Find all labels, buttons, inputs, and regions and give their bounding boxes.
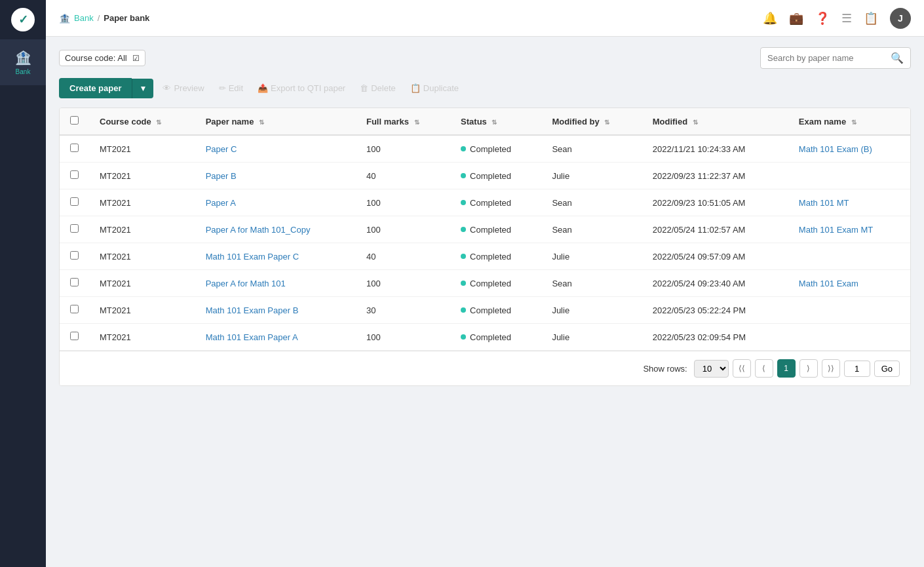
- row-modified-by: Sean: [541, 189, 642, 216]
- app-logo[interactable]: ✓: [0, 0, 46, 39]
- row-checkbox[interactable]: [70, 305, 79, 313]
- export-icon: 📤: [258, 83, 268, 93]
- document-icon[interactable]: 📋: [864, 11, 878, 26]
- row-checkbox-cell[interactable]: [60, 216, 89, 243]
- exam-link[interactable]: Math 101 MT: [799, 198, 849, 208]
- help-icon[interactable]: ❓: [815, 11, 830, 26]
- sort-icon-modified-by[interactable]: ⇅: [604, 119, 609, 126]
- create-paper-dropdown[interactable]: ▼: [132, 79, 153, 98]
- row-modified-by: Sean: [541, 216, 642, 243]
- row-paper-name[interactable]: Paper A for Math 101: [195, 270, 356, 297]
- toolbar: Create paper ▼ 👁 Preview ✏ Edit 📤 Export…: [59, 78, 911, 98]
- row-checkbox-cell[interactable]: [60, 189, 89, 216]
- create-paper-button[interactable]: Create paper: [59, 78, 132, 98]
- search-input[interactable]: [761, 49, 884, 67]
- export-button[interactable]: 📤 Export to QTI paper: [252, 81, 351, 96]
- row-checkbox[interactable]: [70, 144, 79, 152]
- row-paper-name[interactable]: Math 101 Exam Paper C: [195, 243, 356, 270]
- table-row: MT2021 Math 101 Exam Paper B 30 Complete…: [60, 297, 910, 324]
- breadcrumb-parent[interactable]: Bank: [74, 13, 94, 23]
- row-checkbox-cell[interactable]: [60, 324, 89, 351]
- exam-link[interactable]: Math 101 Exam: [799, 279, 858, 288]
- row-status: Completed: [450, 189, 541, 216]
- course-filter-checkbox-icon: ☑: [132, 54, 140, 63]
- row-modified-by: Julie: [541, 163, 642, 189]
- col-paper-name: Paper name ⇅: [195, 108, 356, 135]
- logo-icon: ✓: [11, 8, 35, 31]
- sidebar-item-bank[interactable]: 🏦 Bank: [0, 39, 46, 85]
- status-label: Completed: [470, 279, 511, 288]
- row-modified-by: Julie: [541, 297, 642, 324]
- page-jump-input[interactable]: [844, 361, 870, 377]
- row-modified-by: Julie: [541, 243, 642, 270]
- select-all-checkbox[interactable]: [70, 116, 79, 125]
- header: 🏦 Bank / Paper bank 🔔 💼 ❓ ☰ 📋 J: [46, 0, 924, 37]
- table-row: MT2021 Math 101 Exam Paper C 40 Complete…: [60, 243, 910, 270]
- row-checkbox[interactable]: [70, 332, 79, 340]
- sort-icon-marks[interactable]: ⇅: [414, 119, 419, 126]
- last-page-button[interactable]: ⟩⟩: [822, 359, 840, 378]
- edit-button[interactable]: ✏ Edit: [214, 81, 248, 96]
- row-exam-name: Math 101 MT: [788, 189, 910, 216]
- prev-page-button[interactable]: ⟨: [755, 359, 773, 378]
- row-checkbox[interactable]: [70, 224, 79, 233]
- row-checkbox-cell[interactable]: [60, 135, 89, 163]
- row-checkbox-cell[interactable]: [60, 297, 89, 324]
- col-status: Status ⇅: [450, 108, 541, 135]
- row-paper-name[interactable]: Math 101 Exam Paper A: [195, 324, 356, 351]
- row-status: Completed: [450, 163, 541, 189]
- table-row: MT2021 Paper A 100 Completed Sean 2022/0…: [60, 189, 910, 216]
- row-full-marks: 30: [356, 297, 450, 324]
- row-course-code: MT2021: [89, 243, 195, 270]
- status-dot: [461, 334, 466, 340]
- row-modified: 2022/11/21 10:24:33 AM: [642, 135, 788, 163]
- row-modified: 2022/05/24 09:57:09 AM: [642, 243, 788, 270]
- sort-icon-status[interactable]: ⇅: [491, 119, 497, 126]
- search-button[interactable]: 🔍: [884, 48, 910, 68]
- row-checkbox[interactable]: [70, 197, 79, 206]
- col-modified-by: Modified by ⇅: [541, 108, 642, 135]
- notification-icon[interactable]: 🔔: [763, 11, 777, 26]
- row-checkbox-cell[interactable]: [60, 243, 89, 270]
- papers-table-container: Course code ⇅ Paper name ⇅ Full marks ⇅ …: [59, 108, 911, 386]
- duplicate-button[interactable]: 📋 Duplicate: [405, 81, 464, 96]
- row-exam-name: [788, 243, 910, 270]
- sort-icon-exam[interactable]: ⇅: [851, 119, 857, 126]
- select-all-header[interactable]: [60, 108, 89, 135]
- row-status: Completed: [450, 243, 541, 270]
- row-checkbox-cell[interactable]: [60, 163, 89, 189]
- row-paper-name[interactable]: Paper A for Math 101_Copy: [195, 216, 356, 243]
- row-checkbox[interactable]: [70, 278, 79, 286]
- course-filter[interactable]: Course code: All ☑: [59, 50, 145, 66]
- breadcrumb: 🏦 Bank / Paper bank: [59, 13, 149, 24]
- rows-per-page-select[interactable]: 10 20 50: [694, 360, 729, 378]
- row-checkbox[interactable]: [70, 251, 79, 260]
- row-paper-name[interactable]: Paper B: [195, 163, 356, 189]
- sort-icon-paper[interactable]: ⇅: [259, 119, 264, 126]
- exam-link[interactable]: Math 101 Exam (B): [799, 144, 872, 154]
- go-button[interactable]: Go: [874, 361, 900, 377]
- preview-button[interactable]: 👁 Preview: [157, 81, 209, 96]
- sort-icon-modified[interactable]: ⇅: [693, 119, 698, 126]
- row-paper-name[interactable]: Math 101 Exam Paper B: [195, 297, 356, 324]
- status-label: Completed: [470, 305, 511, 315]
- status-dot: [461, 173, 466, 178]
- row-exam-name: Math 101 Exam: [788, 270, 910, 297]
- row-paper-name[interactable]: Paper C: [195, 135, 356, 163]
- col-full-marks: Full marks ⇅: [356, 108, 450, 135]
- row-full-marks: 100: [356, 324, 450, 351]
- next-page-button[interactable]: ⟩: [799, 359, 818, 378]
- delete-button[interactable]: 🗑 Delete: [355, 81, 401, 96]
- briefcase-icon[interactable]: 💼: [789, 11, 803, 26]
- row-checkbox[interactable]: [70, 170, 79, 179]
- sort-icon-course[interactable]: ⇅: [156, 119, 161, 126]
- exam-link[interactable]: Math 101 Exam MT: [799, 225, 873, 235]
- status-dot: [461, 307, 466, 313]
- row-checkbox-cell[interactable]: [60, 270, 89, 297]
- first-page-button[interactable]: ⟨⟨: [733, 359, 751, 378]
- list-icon[interactable]: ☰: [841, 11, 852, 26]
- row-course-code: MT2021: [89, 216, 195, 243]
- user-avatar[interactable]: J: [890, 8, 911, 29]
- current-page-button[interactable]: 1: [777, 359, 796, 378]
- row-paper-name[interactable]: Paper A: [195, 189, 356, 216]
